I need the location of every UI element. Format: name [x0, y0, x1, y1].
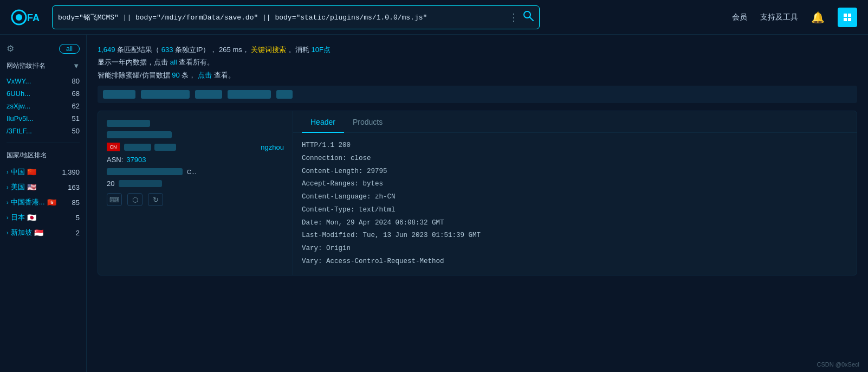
- result-line2-suffix: 查看所有。: [179, 58, 214, 66]
- blurred-block-1: [103, 90, 135, 99]
- header-content: HTTP/1.1 200Connection: closeContent-Len…: [293, 133, 857, 275]
- card-refresh-icon[interactable]: ↻: [148, 193, 163, 206]
- card-asn-label: ASN:: [107, 156, 123, 164]
- result-unique-ip: 633: [161, 46, 173, 54]
- grid-view-button[interactable]: [838, 8, 857, 27]
- card-bottom-blurred: C...: [107, 168, 284, 175]
- svg-rect-5: [844, 14, 847, 17]
- country-item[interactable]: ›中国🇨🇳1,390: [7, 164, 80, 179]
- result-view-suffix: 查看。: [214, 71, 235, 79]
- member-link[interactable]: 会员: [732, 12, 747, 22]
- filter-icon[interactable]: ⚙: [7, 43, 14, 54]
- sidebar: ⚙ all 网站指纹排名 ▼ VxWY...806UUh...68zsXjw..…: [0, 35, 87, 372]
- svg-rect-6: [848, 14, 851, 17]
- footer-credit: CSDN @0xSecl: [817, 361, 859, 368]
- card-asn-value[interactable]: 37903: [126, 156, 146, 164]
- card-ip-chunks: [124, 144, 256, 151]
- notification-bell-icon[interactable]: 🔔: [811, 11, 825, 24]
- result-honeypot-count: 90: [172, 71, 179, 79]
- search-button[interactable]: [523, 10, 534, 24]
- fingerprint-item[interactable]: VxWY...80: [7, 75, 80, 87]
- card-right-panel: Header Products HTTP/1.1 200Connection: …: [293, 111, 857, 275]
- more-options-icon[interactable]: ⋮: [509, 11, 519, 23]
- card-domain-blurred: [107, 120, 150, 127]
- blurred-block-5: [276, 90, 293, 99]
- svg-point-3: [524, 11, 530, 18]
- result-all-link[interactable]: all: [170, 58, 177, 66]
- header-line: Content-Language: zh-CN: [302, 191, 848, 204]
- card-flag: CN: [107, 143, 120, 151]
- fingerprint-item[interactable]: zsXjw...62: [7, 100, 80, 112]
- search-bar: ⋮: [52, 5, 540, 29]
- card-port: 20: [107, 179, 114, 188]
- svg-text:FA: FA: [27, 12, 40, 23]
- keyword-search-link[interactable]: 关键词搜索: [251, 46, 286, 54]
- result-msg4: 。消耗: [288, 46, 309, 54]
- card-asn-row: ASN: 37903: [107, 156, 284, 164]
- blurred-block-4: [228, 90, 271, 99]
- all-badge[interactable]: all: [59, 44, 80, 54]
- country-expand-arrow: ›: [7, 169, 9, 175]
- grid-icon: [843, 13, 852, 22]
- search-icon: [523, 10, 534, 21]
- main-layout: ⚙ all 网站指纹排名 ▼ VxWY...806UUh...68zsXjw..…: [0, 35, 868, 372]
- card-ip-row: CN ngzhou: [107, 143, 284, 151]
- header-line: Vary: Access-Control-Request-Method: [302, 255, 848, 268]
- card-screenshot-icon[interactable]: ⌨: [107, 193, 122, 206]
- topnav: FA ⋮ 会员 支持及工具 🔔: [0, 0, 868, 35]
- svg-rect-8: [848, 18, 851, 21]
- header-line: Connection: close: [302, 152, 848, 165]
- header-line: HTTP/1.1 200: [302, 139, 848, 152]
- card-left-panel: CN ngzhou ASN: 37903 C...: [98, 111, 293, 275]
- fingerprint-item[interactable]: /3FtLF...50: [7, 125, 80, 137]
- support-link[interactable]: 支持及工具: [760, 12, 798, 22]
- country-expand-arrow: ›: [7, 229, 9, 236]
- svg-rect-7: [844, 18, 847, 21]
- result-msg2: 条独立IP），: [175, 46, 217, 54]
- search-input[interactable]: [58, 13, 509, 21]
- blurred-strip: [98, 86, 857, 103]
- header-line: Accept-Ranges: bytes: [302, 178, 848, 191]
- result-total: 1,649: [98, 46, 115, 54]
- card-3d-icon[interactable]: ⬡: [127, 193, 142, 206]
- fingerprint-section-title: 网站指纹排名 ▼: [7, 61, 80, 70]
- header-line: Last-Modified: Tue, 13 Jun 2023 01:51:39…: [302, 229, 848, 242]
- result-time: 265: [219, 46, 231, 54]
- card-action-icons: ⌨ ⬡ ↻: [107, 193, 284, 206]
- country-expand-arrow: ›: [7, 184, 9, 190]
- content-area: 1,649 条匹配结果（ 633 条独立IP）， 265 ms， 关键词搜索 。…: [87, 35, 868, 372]
- tab-header[interactable]: Header: [302, 111, 344, 133]
- country-item[interactable]: ›日本🇯🇵5: [7, 210, 80, 225]
- country-item[interactable]: ›新加坡🇸🇬2: [7, 225, 80, 240]
- country-item[interactable]: ›美国🇺🇸163: [7, 179, 80, 195]
- fingerprint-item[interactable]: 6UUh...68: [7, 87, 80, 100]
- country-expand-arrow: ›: [7, 199, 9, 206]
- nav-right: 会员 支持及工具 🔔: [732, 8, 857, 27]
- country-item[interactable]: ›中国香港...🇭🇰85: [7, 195, 80, 210]
- result-line3-suffix: 条，: [182, 71, 196, 79]
- header-line: Vary: Origin: [302, 242, 848, 255]
- fofa-logo: FA: [11, 6, 43, 29]
- blurred-block-2: [141, 90, 190, 99]
- country-list: ›中国🇨🇳1,390›美国🇺🇸163›中国香港...🇭🇰85›日本🇯🇵5›新加坡…: [7, 164, 80, 240]
- tabs-row: Header Products: [293, 111, 857, 133]
- result-card: CN ngzhou ASN: 37903 C...: [98, 111, 857, 275]
- result-line2-prefix: 显示一年内数据，点击: [98, 58, 168, 66]
- country-section-title: 国家/地区排名: [7, 151, 80, 160]
- tab-products[interactable]: Products: [344, 111, 391, 133]
- svg-point-1: [16, 14, 22, 21]
- country-expand-arrow: ›: [7, 214, 9, 221]
- result-msg3: ms，: [232, 46, 249, 54]
- header-line: Content-Length: 29795: [302, 165, 848, 178]
- sidebar-divider: [7, 143, 80, 143]
- result-cost: 10F点: [312, 46, 331, 54]
- header-line: Content-Type: text/html: [302, 204, 848, 217]
- result-msg1: 条匹配结果（: [117, 46, 159, 54]
- blurred-block-3: [195, 90, 222, 99]
- header-line: Date: Mon, 29 Apr 2024 06:08:32 GMT: [302, 217, 848, 230]
- fingerprint-item[interactable]: IluPv5i...51: [7, 112, 80, 125]
- fingerprint-list: VxWY...806UUh...68zsXjw...62IluPv5i...51…: [7, 75, 80, 137]
- result-summary: 1,649 条匹配结果（ 633 条独立IP）， 265 ms， 关键词搜索 。…: [98, 43, 857, 81]
- result-view-link[interactable]: 点击: [198, 71, 212, 79]
- card-port-row: 20: [107, 179, 284, 188]
